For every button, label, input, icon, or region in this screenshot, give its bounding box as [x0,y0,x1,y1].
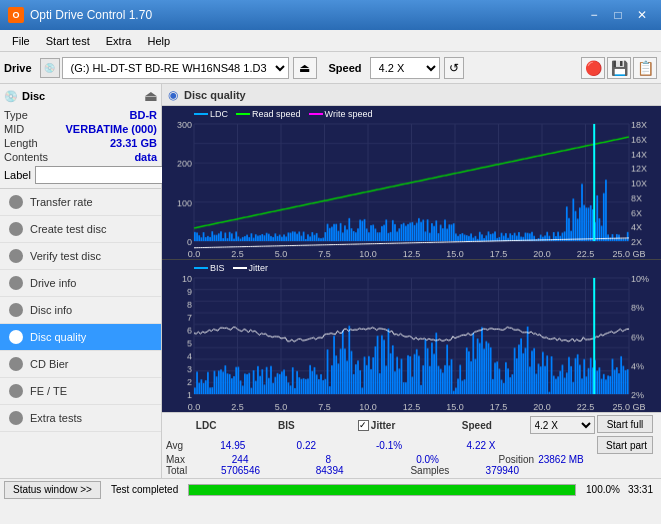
speed-select[interactable]: 4.2 X [370,57,440,79]
close-button[interactable]: ✕ [631,4,653,26]
chart2: BIS Jitter [162,260,661,413]
disc-quality-icon [8,329,24,345]
nav-extra-tests-label: Extra tests [30,412,82,424]
legend-read: Read speed [236,109,301,119]
write-legend-label: Write speed [325,109,373,119]
sidebar-item-transfer-rate[interactable]: Transfer rate [0,189,161,216]
stats-total-row: Total 5706546 84394 Samples 379940 [166,465,657,476]
disc-label-input[interactable] [35,166,179,184]
eject-button[interactable]: ⏏ [293,57,317,79]
menu-extra[interactable]: Extra [98,33,140,49]
status-percent: 100.0% [580,484,620,495]
jitter-checkbox[interactable]: ✓ [358,420,369,431]
samples-label: Samples [374,465,485,476]
chart1-legend: LDC Read speed Write speed [194,109,372,119]
menu-help[interactable]: Help [139,33,178,49]
stats-start-buttons: Start full [597,415,657,435]
disc-section-title: Disc [22,90,45,102]
menu-file[interactable]: File [4,33,38,49]
titlebar: O Opti Drive Control 1.70 − □ ✕ [0,0,661,30]
toolbar: Drive 💿 (G:) HL-DT-ST BD-RE WH16NS48 1.D… [0,52,661,84]
app-icon: O [8,7,24,23]
sidebar-item-disc-info[interactable]: Disc info [0,297,161,324]
nav-fe-te-label: FE / TE [30,385,67,397]
stats-header-bis: BIS [246,420,326,431]
menu-starttest[interactable]: Start test [38,33,98,49]
stats-speed-select-container: 4.2 X [527,416,597,434]
nav-create-test-label: Create test disc [30,223,106,235]
max-jitter: 0.0% [372,454,482,465]
status-text: Test completed [105,484,184,495]
stats-header-speed: Speed [427,420,527,431]
legend-jitter: Jitter [233,263,269,273]
content-title: Disc quality [184,89,246,101]
nav-transfer-rate-label: Transfer rate [30,196,93,208]
chart1-canvas [162,106,661,259]
sidebar-item-create-test-disc[interactable]: Create test disc [0,216,161,243]
jitter-label: Jitter [371,420,395,431]
disc-mid-value: VERBATIMe (000) [66,123,157,135]
minimize-button[interactable]: − [583,4,605,26]
total-ldc: 5706546 [196,465,285,476]
save-button[interactable]: 📋 [633,57,657,79]
app-title: Opti Drive Control 1.70 [30,8,152,22]
nav-disc-quality-label: Disc quality [30,331,86,343]
total-label: Total [166,465,196,476]
read-legend-color [236,113,250,115]
sidebar-item-fe-te[interactable]: FE / TE [0,378,161,405]
disc-type-label: Type [4,109,28,121]
position-label: Position [483,454,538,465]
start-part-button[interactable]: Start part [597,436,653,454]
stats-section: LDC BIS ✓ Jitter Speed 4.2 X Start full [162,412,661,478]
paste-button[interactable]: 💾 [607,57,631,79]
disc-section-icon: 💿 [4,90,18,103]
disc-type-value: BD-R [130,109,158,121]
sidebar-item-cd-bier[interactable]: CD Bier [0,351,161,378]
ldc-legend-label: LDC [210,109,228,119]
maximize-button[interactable]: □ [607,4,629,26]
disc-info-icon [8,302,24,318]
bis-legend-color [194,267,208,269]
nav-drive-info-label: Drive info [30,277,76,289]
ldc-legend-color [194,113,208,115]
chart1: LDC Read speed Write speed [162,106,661,260]
drive-label: Drive [4,62,32,74]
avg-label: Avg [166,440,196,451]
disc-section: 💿 Disc ⏏ Type BD-R MID VERBATIMe (000) L… [0,84,161,189]
max-bis: 8 [284,454,372,465]
content-header: ◉ Disc quality [162,84,661,106]
content-area: ◉ Disc quality LDC Read speed [162,84,661,478]
disc-contents-label: Contents [4,151,48,163]
statusbar: Status window >> Test completed 100.0% 3… [0,478,661,500]
write-legend-color [309,113,323,115]
avg-speed: 4.22 X [435,440,527,451]
sidebar-item-verify-test-disc[interactable]: Verify test disc [0,243,161,270]
disc-contents-row: Contents data [4,150,157,164]
disc-mid-label: MID [4,123,24,135]
start-full-button[interactable]: Start full [597,415,653,433]
chart2-canvas [162,260,661,413]
disc-eject-icon[interactable]: ⏏ [144,88,157,104]
nav-cd-bier-label: CD Bier [30,358,69,370]
drive-select[interactable]: (G:) HL-DT-ST BD-RE WH16NS48 1.D3 [62,57,289,79]
stats-header-row: LDC BIS ✓ Jitter Speed 4.2 X Start full [166,415,657,435]
cd-bier-icon [8,356,24,372]
copy-button[interactable]: 🔴 [581,57,605,79]
jitter-legend-color [233,267,247,269]
legend-ldc: LDC [194,109,228,119]
read-legend-label: Read speed [252,109,301,119]
sidebar-item-drive-info[interactable]: Drive info [0,270,161,297]
speed-apply-button[interactable]: ↺ [444,57,464,79]
create-test-icon [8,221,24,237]
avg-btn-spacer: Start part [597,436,657,454]
transfer-rate-icon [8,194,24,210]
speed-label: Speed [329,62,362,74]
status-window-button[interactable]: Status window >> [4,481,101,499]
stats-speed-select[interactable]: 4.2 X [530,416,595,434]
sidebar-item-extra-tests[interactable]: Extra tests [0,405,161,432]
stats-header-jitter: ✓ Jitter [326,420,426,431]
position-value: 23862 MB [538,454,597,465]
status-time: 33:31 [624,484,657,495]
sidebar-item-disc-quality[interactable]: Disc quality [0,324,161,351]
drive-icon: 💿 [40,58,60,78]
